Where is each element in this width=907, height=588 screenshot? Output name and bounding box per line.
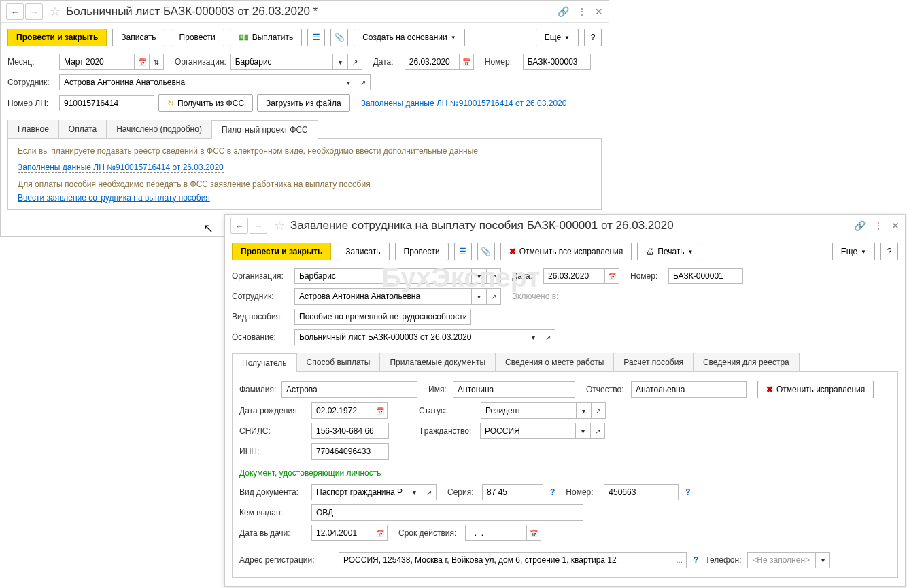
citizenship-input[interactable] <box>480 423 575 439</box>
dropdown-icon[interactable]: ▾ <box>471 288 486 305</box>
doctype-input[interactable] <box>311 484 407 500</box>
calendar-icon[interactable]: 📅 <box>373 402 388 419</box>
post-close-button[interactable]: Провести и закрыть <box>232 243 331 260</box>
benefit-type-input[interactable] <box>294 309 471 325</box>
dropdown-icon[interactable]: ▾ <box>407 484 422 500</box>
birthdate-input[interactable] <box>311 402 373 419</box>
number-input[interactable] <box>523 54 591 70</box>
list-button[interactable]: ☰ <box>454 243 472 260</box>
ln-status-link[interactable]: Заполнены данные ЛН №910015716414 от 26.… <box>361 99 567 108</box>
menu-icon[interactable]: ⋮ <box>874 220 883 231</box>
tab-payment[interactable]: Оплата <box>58 120 107 138</box>
date-input[interactable] <box>543 268 604 284</box>
phone-input[interactable] <box>747 552 815 568</box>
ln-input[interactable] <box>59 95 154 111</box>
dropdown-icon[interactable]: ▾ <box>526 329 541 345</box>
open-icon[interactable]: ↗ <box>541 329 555 345</box>
inn-input[interactable] <box>311 443 389 460</box>
link-icon[interactable]: 🔗 <box>558 6 569 17</box>
snils-input[interactable] <box>311 423 389 439</box>
close-icon[interactable]: ✕ <box>595 6 603 17</box>
tab-main[interactable]: Главное <box>7 120 59 138</box>
tab-pilot[interactable]: Пилотный проект ФСС <box>211 120 318 139</box>
forward-button[interactable]: → <box>250 218 267 234</box>
calendar-icon[interactable]: 📅 <box>604 268 619 284</box>
status-input[interactable] <box>481 402 576 419</box>
tab-pay-method[interactable]: Способ выплаты <box>296 353 381 371</box>
series-input[interactable] <box>482 484 543 500</box>
menu-icon[interactable]: ⋮ <box>577 6 587 17</box>
tab-calc[interactable]: Расчет пособия <box>613 353 694 371</box>
help-icon[interactable]: ? <box>550 487 555 497</box>
cancel-fix-button[interactable]: ✖Отменить исправления <box>757 381 874 398</box>
firstname-input[interactable] <box>453 381 575 398</box>
create-based-button[interactable]: Создать на основании ▼ <box>354 29 464 46</box>
issued-input[interactable] <box>311 504 583 521</box>
forward-button[interactable]: → <box>25 3 43 20</box>
get-fss-button[interactable]: ↻Получить из ФСС <box>158 94 253 112</box>
attach-button[interactable]: 📎 <box>330 29 348 46</box>
open-icon[interactable]: ↗ <box>422 484 437 500</box>
updown-icon[interactable]: ⇅ <box>149 54 164 70</box>
more-button[interactable]: Еще ▼ <box>832 243 875 260</box>
load-file-button[interactable]: Загрузить из файла <box>257 94 350 112</box>
favorite-icon[interactable]: ☆ <box>50 4 61 19</box>
tab-accrued[interactable]: Начислено (подробно) <box>106 120 212 138</box>
create-application-link[interactable]: Ввести заявление сотрудника на выплату п… <box>18 193 210 203</box>
help-icon[interactable]: ? <box>694 555 698 565</box>
employee-input[interactable] <box>294 288 471 305</box>
open-icon[interactable]: ↗ <box>486 288 501 305</box>
ellipsis-icon[interactable]: … <box>672 552 687 568</box>
open-icon[interactable]: ↗ <box>356 74 371 90</box>
dropdown-icon[interactable]: ▾ <box>471 268 486 284</box>
help-button[interactable]: ? <box>584 29 602 46</box>
calendar-icon[interactable]: 📅 <box>526 525 541 541</box>
number-input[interactable] <box>668 268 743 284</box>
back-button[interactable]: ← <box>6 3 24 20</box>
tab-recipient[interactable]: Получатель <box>232 353 297 372</box>
help-icon[interactable]: ? <box>685 487 690 497</box>
post-close-button[interactable]: Провести и закрыть <box>7 29 107 46</box>
back-button[interactable]: ← <box>230 218 248 234</box>
write-button[interactable]: Записать <box>112 29 165 46</box>
help-button[interactable]: ? <box>880 243 898 260</box>
docnum-input[interactable] <box>604 484 679 500</box>
more-button[interactable]: Еще ▼ <box>536 29 579 46</box>
address-input[interactable] <box>339 552 672 568</box>
pay-button[interactable]: 💵Выплатить <box>230 29 303 46</box>
tab-workplace[interactable]: Сведения о месте работы <box>495 353 614 371</box>
favorite-icon[interactable]: ☆ <box>274 218 285 233</box>
date-input[interactable] <box>405 54 459 70</box>
list-button[interactable]: ☰ <box>307 29 325 46</box>
tab-registry[interactable]: Сведения для реестра <box>693 353 800 371</box>
attach-button[interactable]: 📎 <box>477 243 495 260</box>
issue-date-input[interactable] <box>311 525 373 541</box>
ln-data-link[interactable]: Заполнены данные ЛН №910015716414 от 26.… <box>18 162 224 173</box>
lastname-input[interactable] <box>281 381 417 398</box>
tab-docs[interactable]: Прилагаемые документы <box>379 353 496 371</box>
cancel-fix-button[interactable]: ✖Отменить все исправления <box>500 243 632 260</box>
post-button[interactable]: Провести <box>171 29 224 46</box>
calendar-icon[interactable]: 📅 <box>373 525 388 541</box>
dropdown-icon[interactable]: ▾ <box>575 423 590 439</box>
close-icon[interactable]: ✕ <box>891 220 900 231</box>
post-button[interactable]: Провести <box>395 243 449 260</box>
calendar-icon[interactable]: 📅 <box>459 54 474 70</box>
link-icon[interactable]: 🔗 <box>854 220 866 231</box>
org-input[interactable] <box>230 54 332 70</box>
org-input[interactable] <box>294 268 471 284</box>
dropdown-icon[interactable]: ▾ <box>341 74 356 90</box>
employee-input[interactable] <box>59 74 341 90</box>
dropdown-icon[interactable]: ▾ <box>576 402 591 419</box>
open-icon[interactable]: ↗ <box>486 268 501 284</box>
open-icon[interactable]: ↗ <box>590 423 605 439</box>
calendar-icon[interactable]: 📅 <box>134 54 149 70</box>
print-button[interactable]: Печать ▼ <box>637 243 702 260</box>
month-input[interactable] <box>59 54 134 70</box>
basis-input[interactable] <box>294 329 526 345</box>
write-button[interactable]: Записать <box>337 243 389 260</box>
open-icon[interactable]: ↗ <box>347 54 362 70</box>
dropdown-icon[interactable]: ▾ <box>332 54 347 70</box>
open-icon[interactable]: ↗ <box>591 402 606 419</box>
dropdown-icon[interactable]: ▾ <box>815 552 830 568</box>
